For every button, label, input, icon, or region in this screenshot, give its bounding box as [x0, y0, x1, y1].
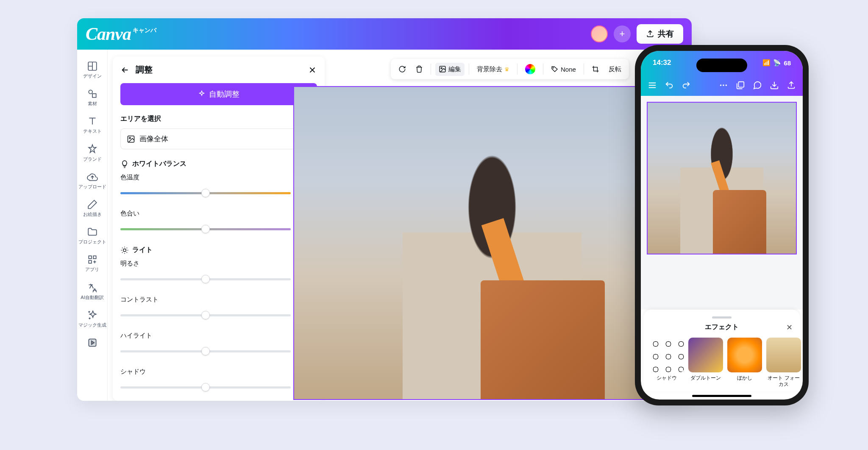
refresh-icon — [398, 65, 406, 73]
undo-icon[interactable] — [665, 81, 674, 90]
flip-button[interactable]: 反転 — [605, 63, 625, 76]
slider-contrast: コントラスト 0 — [120, 296, 317, 323]
slider-thumb[interactable] — [201, 311, 210, 319]
edit-label: 編集 — [448, 65, 461, 73]
sidebar-label: アップロード — [78, 184, 106, 190]
sidebar-item-text[interactable]: テキスト — [78, 112, 106, 137]
home-indicator[interactable] — [692, 395, 751, 397]
slider-track[interactable] — [120, 350, 291, 352]
sidebar-item-brand[interactable]: ブランド — [78, 140, 106, 165]
svg-point-1 — [89, 90, 92, 94]
shapes-icon — [87, 88, 98, 99]
slider-track[interactable] — [120, 278, 291, 280]
phone-canvas-image[interactable] — [647, 102, 797, 254]
slider-track[interactable] — [120, 192, 291, 194]
slider-track[interactable] — [120, 386, 291, 389]
slider-thumb[interactable] — [201, 189, 210, 197]
flip-label: 反転 — [609, 65, 621, 73]
effect-shadow[interactable]: シャドウ — [649, 338, 684, 387]
bg-remove-button[interactable]: 背景除去 ♛ — [473, 63, 513, 76]
slider-thumb[interactable] — [201, 225, 210, 233]
close-icon[interactable] — [308, 65, 317, 75]
slider-label: 色温度 — [120, 173, 317, 182]
pencil-icon — [87, 199, 98, 210]
logo-text: Canva — [86, 24, 131, 44]
effect-duotone[interactable]: ダブルトーン — [688, 338, 723, 387]
sidebar-item-more[interactable] — [78, 334, 106, 352]
share-label: 共有 — [658, 28, 674, 39]
slider-highlight: ハイライト 0 — [120, 332, 317, 359]
mobile-phone-mockup: 14:32 📶 📡 68 — [635, 45, 809, 405]
effects-bottom-sheet: エフェクト ✕ シャドウ ダブルトーン ぼかし オート フォー — [643, 310, 800, 391]
redo-icon[interactable] — [682, 81, 691, 90]
separator — [517, 64, 517, 75]
slider-track[interactable] — [120, 314, 291, 316]
svg-point-9 — [123, 249, 126, 252]
sidebar-label: AI自動翻訳 — [81, 295, 103, 300]
sidebar-item-apps[interactable]: アプリ — [78, 251, 106, 276]
auto-adjust-button[interactable]: 自動調整 — [120, 83, 317, 105]
sidebar-item-design[interactable]: デザイン — [78, 57, 106, 82]
effects-none-button[interactable]: None — [548, 63, 579, 75]
logo: Canva キャンバ — [86, 24, 156, 44]
slider-track[interactable] — [120, 228, 291, 230]
slider-thumb[interactable] — [201, 275, 210, 283]
play-icon — [87, 337, 98, 348]
download-icon[interactable] — [770, 81, 779, 90]
sidebar-item-upload[interactable]: アップロード — [78, 168, 106, 193]
effect-thumbnail — [649, 338, 684, 372]
svg-point-15 — [726, 84, 727, 86]
wifi-icon: 📡 — [773, 59, 781, 67]
menu-icon[interactable] — [648, 81, 657, 90]
sidebar-item-elements[interactable]: 素材 — [78, 85, 106, 110]
pages-icon[interactable] — [736, 81, 745, 90]
translate-icon — [87, 282, 98, 293]
more-icon[interactable] — [719, 81, 728, 90]
edit-button[interactable]: 編集 — [435, 63, 465, 76]
panel-title: 調整 — [136, 64, 153, 75]
white-balance-heading: ホワイトバランス — [120, 159, 317, 168]
sync-button[interactable] — [395, 63, 409, 75]
svg-rect-4 — [93, 256, 96, 259]
slider-brightness: 明るさ 0 — [120, 260, 317, 287]
effect-autofocus[interactable]: オート フォーカス — [766, 338, 801, 387]
sidebar-item-translate[interactable]: AI自動翻訳 — [78, 279, 106, 304]
svg-point-13 — [720, 84, 722, 86]
sidebar-item-magic[interactable]: マジック生成 — [78, 306, 106, 331]
sidebar-label: デザイン — [83, 73, 102, 79]
sidebar-label: アプリ — [85, 267, 99, 272]
area-select-dropdown[interactable]: 画像全体 — [120, 129, 317, 149]
sidebar-item-projects[interactable]: プロジェクト — [78, 223, 106, 248]
slider-temperature: 色温度 0 — [120, 173, 317, 201]
crown-icon: ♛ — [504, 66, 509, 73]
effect-label: オート フォーカス — [766, 375, 801, 387]
share-icon[interactable] — [787, 81, 796, 90]
phone-screen: 14:32 📶 📡 68 — [641, 51, 803, 400]
delete-button[interactable] — [412, 63, 426, 75]
sheet-close-button[interactable]: ✕ — [786, 323, 793, 332]
svg-point-11 — [441, 67, 442, 69]
user-avatar[interactable] — [591, 25, 608, 42]
add-button[interactable]: + — [614, 25, 631, 42]
back-arrow-icon[interactable] — [120, 65, 130, 75]
color-button[interactable] — [522, 61, 539, 77]
sidebar-label: 素材 — [88, 101, 97, 106]
status-icons: 📶 📡 68 — [762, 59, 791, 67]
comment-icon[interactable] — [753, 81, 762, 90]
separator — [584, 64, 584, 75]
crop-button[interactable] — [588, 63, 603, 75]
sidebar-item-draw[interactable]: お絵描き — [78, 196, 106, 221]
slider-thumb[interactable] — [201, 347, 210, 355]
share-button[interactable]: 共有 — [637, 24, 683, 44]
image-toolbar: 編集 背景除去 ♛ None 反転 — [391, 59, 629, 79]
canvas-image[interactable] — [293, 86, 683, 400]
svg-rect-5 — [89, 260, 92, 263]
slider-thumb[interactable] — [201, 383, 210, 391]
svg-point-12 — [553, 67, 554, 68]
left-sidebar: デザイン 素材 テキスト ブランド アップロード お絵描き プロジェクト アプ — [77, 50, 108, 401]
phone-canvas — [641, 96, 803, 310]
none-label: None — [561, 66, 576, 73]
effect-blur[interactable]: ぼかし — [727, 338, 762, 387]
sheet-drag-handle[interactable] — [712, 316, 732, 319]
slider-label: 明るさ — [120, 260, 317, 268]
